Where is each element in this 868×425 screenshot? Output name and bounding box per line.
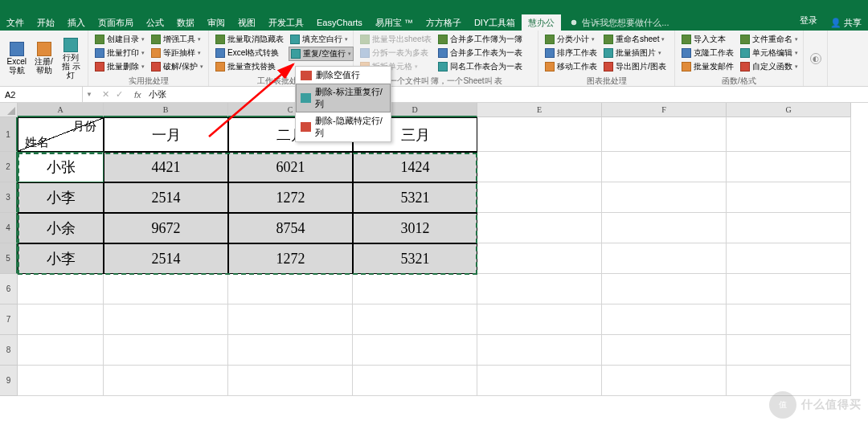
tab-home[interactable]: 开始 — [31, 14, 61, 31]
cell-E8[interactable] — [477, 335, 602, 366]
clone-sheet-button[interactable]: 克隆工作表 — [680, 47, 735, 59]
cell-D7[interactable] — [353, 304, 477, 335]
register-help-button[interactable]: 注册/ 帮助 — [31, 32, 58, 84]
row-header-3[interactable]: 3 — [0, 182, 18, 213]
cell-B8[interactable] — [104, 335, 228, 366]
cell-E5[interactable] — [477, 243, 602, 274]
cell-D2[interactable]: 1424 — [353, 152, 477, 182]
tab-insert[interactable]: 插入 — [61, 14, 92, 31]
rowcol-light-button[interactable]: 行列指 示灯 — [57, 32, 84, 84]
tab-formula[interactable]: 公式 — [140, 14, 170, 31]
tab-view[interactable]: 视图 — [231, 14, 262, 31]
tell-me[interactable]: 告诉我您想要做什么... — [569, 14, 669, 31]
cell-A8[interactable] — [18, 335, 104, 366]
cell-B3[interactable]: 2514 — [104, 182, 228, 213]
row-header-9[interactable]: 9 — [0, 366, 18, 396]
cell-E4[interactable] — [477, 213, 602, 243]
sample-button[interactable]: 等距抽样▾ — [149, 47, 205, 59]
cell-C8[interactable] — [228, 335, 353, 366]
file-rename-button[interactable]: 文件重命名▾ — [739, 33, 800, 46]
row-header-6[interactable]: 6 — [0, 274, 18, 304]
enhance-tools-button[interactable]: 增强工具▾ — [149, 33, 205, 46]
cell-C7[interactable] — [228, 304, 353, 335]
cell-F8[interactable] — [602, 335, 727, 366]
cell-B9[interactable] — [104, 366, 228, 396]
cell-F3[interactable] — [602, 182, 727, 213]
send-mail-button[interactable]: 批量发邮件 — [680, 60, 735, 73]
row-header-4[interactable]: 4 — [0, 213, 18, 243]
name-box[interactable]: A2 — [0, 87, 83, 102]
fill-blank-button[interactable]: 填充空白行▾ — [289, 33, 354, 46]
cell-F6[interactable] — [602, 274, 727, 304]
dd-delete-hidden[interactable]: 删除-隐藏特定行/列 — [296, 112, 391, 141]
cell-D5[interactable]: 5321 — [353, 243, 477, 274]
subtotal-button[interactable]: 分类小计▾ — [543, 33, 599, 46]
tab-yyb[interactable]: 易用宝 ™ — [369, 14, 420, 31]
formula-input[interactable]: 小张 — [145, 88, 170, 100]
cell-F1[interactable] — [602, 117, 727, 152]
cell-edit-button[interactable]: 单元格编辑▾ — [739, 47, 800, 59]
cell-E9[interactable] — [477, 366, 602, 396]
select-all-corner[interactable] — [0, 103, 18, 117]
cell-F7[interactable] — [602, 304, 727, 335]
info-icon[interactable]: ◐ — [810, 53, 821, 64]
cell-A6[interactable] — [18, 274, 104, 304]
cell-A4[interactable]: 小余 — [18, 213, 104, 243]
sort-sheets-button[interactable]: 排序工作表 — [543, 47, 599, 59]
cell-G7[interactable] — [727, 304, 851, 335]
cell-C9[interactable] — [228, 366, 353, 396]
col-header-B[interactable]: B — [104, 103, 228, 117]
tab-layout[interactable]: 页面布局 — [92, 14, 140, 31]
cell-A9[interactable] — [18, 366, 104, 396]
create-dir-button[interactable]: 创建目录▾ — [93, 33, 146, 46]
import-text-button[interactable]: 导入文本 — [680, 33, 735, 46]
cell-F2[interactable] — [602, 152, 727, 182]
cell-F9[interactable] — [602, 366, 727, 396]
merge-samename-button[interactable]: 同名工作表合为一表 — [436, 60, 524, 73]
cell-F5[interactable] — [602, 243, 727, 274]
cell-A1[interactable]: 月份 姓名 — [18, 117, 104, 152]
cell-B1[interactable]: 一月 — [104, 117, 228, 152]
cell-A5[interactable]: 小李 — [18, 243, 104, 274]
cell-C4[interactable]: 8754 — [228, 213, 353, 243]
tab-hbg[interactable]: 慧办公 — [522, 14, 561, 31]
cell-B6[interactable] — [104, 274, 228, 304]
udf-button[interactable]: 自定义函数▾ — [739, 60, 800, 73]
cell-B2[interactable]: 4421 — [104, 152, 228, 182]
col-header-E[interactable]: E — [477, 103, 602, 117]
rename-sheet-button[interactable]: 重命名sheet▾ — [602, 33, 668, 46]
cell-E2[interactable] — [477, 152, 602, 182]
tab-file[interactable]: 文件 — [0, 14, 31, 31]
cell-D3[interactable]: 5321 — [353, 182, 477, 213]
cell-E6[interactable] — [477, 274, 602, 304]
cell-E3[interactable] — [477, 182, 602, 213]
cell-B7[interactable] — [104, 304, 228, 335]
cell-D6[interactable] — [353, 274, 477, 304]
export-pics-button[interactable]: 导出图片/图表 — [602, 60, 668, 73]
excel-nav-button[interactable]: Excel 导航 — [3, 32, 31, 84]
cell-G2[interactable] — [727, 152, 851, 182]
tab-data[interactable]: 数据 — [170, 14, 201, 31]
split-to-many-button[interactable]: 分拆一表为多表 — [358, 47, 433, 59]
cell-E7[interactable] — [477, 304, 602, 335]
share-button[interactable]: 👤共享 — [824, 14, 868, 31]
cell-A3[interactable]: 小李 — [18, 182, 104, 213]
cell-C6[interactable] — [228, 274, 353, 304]
batch-print-button[interactable]: 批量打印▾ — [93, 47, 146, 59]
tab-easycharts[interactable]: EasyCharts — [310, 14, 369, 31]
row-header-7[interactable]: 7 — [0, 304, 18, 335]
tab-ffz[interactable]: 方方格子 — [420, 14, 468, 31]
col-header-G[interactable]: G — [727, 103, 851, 117]
cancel-icon[interactable]: ✕ — [102, 89, 109, 100]
cell-B4[interactable]: 9672 — [104, 213, 228, 243]
cell-D9[interactable] — [353, 366, 477, 396]
dd-delete-mark-dup[interactable]: 删除-标注重复行/列 — [296, 84, 391, 112]
cell-D4[interactable]: 3012 — [353, 213, 477, 243]
batch-delete-button[interactable]: 批量删除▾ — [93, 60, 146, 73]
row-header-1[interactable]: 1 — [0, 117, 18, 152]
move-sheets-button[interactable]: 移动工作表 — [543, 60, 599, 73]
find-replace-button[interactable]: 批量查找替换 — [214, 60, 285, 73]
col-header-A[interactable]: A — [18, 103, 104, 117]
cell-A7[interactable] — [18, 304, 104, 335]
cell-C5[interactable]: 1272 — [228, 243, 353, 274]
